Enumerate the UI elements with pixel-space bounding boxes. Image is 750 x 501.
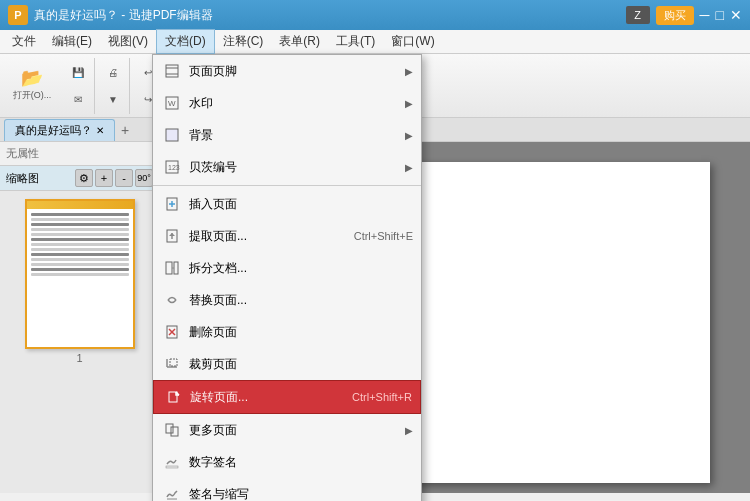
email-button[interactable]: ✉ bbox=[64, 87, 92, 112]
menu-entry-more-pages[interactable]: 更多页面 ▶ bbox=[153, 414, 421, 446]
thumbnail-page-1: 1 bbox=[25, 199, 135, 364]
more-pages-label: 更多页面 bbox=[189, 422, 401, 439]
menu-entry-rotate-page[interactable]: 旋转页面... Ctrl+Shift+R bbox=[153, 380, 421, 414]
crop-page-label: 裁剪页面 bbox=[189, 356, 413, 373]
redo-icon: ↪ bbox=[144, 94, 152, 105]
rotate-page-label: 旋转页面... bbox=[190, 389, 342, 406]
open-button[interactable]: 📂 打开(O)... bbox=[6, 65, 58, 107]
header-footer-icon bbox=[161, 60, 183, 82]
print-button[interactable]: 🖨 bbox=[99, 60, 127, 85]
crop-page-icon bbox=[161, 353, 183, 375]
zoom-out-thumb-button[interactable]: - bbox=[115, 169, 133, 187]
menu-doc[interactable]: 文档(D) bbox=[156, 29, 215, 54]
print-icon: 🖨 bbox=[108, 67, 118, 78]
background-arrow-icon: ▶ bbox=[405, 130, 413, 141]
menu-file[interactable]: 文件 bbox=[4, 30, 44, 53]
folder-icon: 📂 bbox=[21, 69, 43, 87]
menu-entry-digital-sign[interactable]: 数字签名 bbox=[153, 446, 421, 478]
email-icon: ✉ bbox=[74, 94, 82, 105]
close-icon[interactable]: ✕ bbox=[730, 7, 742, 23]
sign-abbrev-label: 签名与缩写 bbox=[189, 486, 413, 502]
zoom-in-thumb-button[interactable]: + bbox=[95, 169, 113, 187]
extract-page-label: 提取页面... bbox=[189, 228, 344, 245]
menu-entry-crop-page[interactable]: 裁剪页面 bbox=[153, 348, 421, 380]
watermark-arrow-icon: ▶ bbox=[405, 98, 413, 109]
menu-entry-insert-page[interactable]: 插入页面 bbox=[153, 188, 421, 220]
thumb-line-9 bbox=[31, 253, 129, 256]
dropdown-menu[interactable]: 页面页脚 ▶ W 水印 ▶ 背景 ▶ bbox=[152, 54, 422, 501]
settings-button[interactable]: ▼ bbox=[99, 87, 127, 112]
svg-rect-25 bbox=[171, 427, 178, 436]
more-pages-arrow-icon: ▶ bbox=[405, 425, 413, 436]
background-label: 背景 bbox=[189, 127, 401, 144]
svg-rect-5 bbox=[166, 129, 178, 141]
menu-edit[interactable]: 编辑(E) bbox=[44, 30, 100, 53]
menu-table[interactable]: 表单(R) bbox=[271, 30, 328, 53]
minimize-icon[interactable]: ─ bbox=[700, 7, 710, 23]
digital-sign-label: 数字签名 bbox=[189, 454, 413, 471]
svg-rect-22 bbox=[170, 359, 177, 366]
menu-entry-bates[interactable]: 123 贝茨编号 ▶ bbox=[153, 151, 421, 183]
menu-entry-replace-page[interactable]: 替换页面... bbox=[153, 284, 421, 316]
bates-icon: 123 bbox=[161, 156, 183, 178]
rotate-thumb-button[interactable]: 90° bbox=[135, 169, 153, 187]
menu-entry-header-footer[interactable]: 页面页脚 ▶ bbox=[153, 55, 421, 87]
title-bar: P 真的是好运吗？ - 迅捷PDF编辑器 Z 购买 ─ □ ✕ bbox=[0, 0, 750, 30]
menu-view[interactable]: 视图(V) bbox=[100, 30, 156, 53]
thumbnail-image[interactable] bbox=[25, 199, 135, 349]
separator-1 bbox=[153, 185, 421, 186]
menu-entry-extract-page[interactable]: 提取页面... Ctrl+Shift+E bbox=[153, 220, 421, 252]
left-panel: 无属性 缩略图 ⚙ + - 90° bbox=[0, 142, 160, 493]
buy-button[interactable]: 购买 bbox=[656, 6, 694, 25]
split-doc-label: 拆分文档... bbox=[189, 260, 413, 277]
tab-doc1[interactable]: 真的是好运吗？ ✕ bbox=[4, 119, 115, 141]
app-logo: P bbox=[8, 5, 28, 25]
delete-page-label: 删除页面 bbox=[189, 324, 413, 341]
thumb-line-6 bbox=[31, 238, 129, 241]
rotate-page-icon bbox=[162, 386, 184, 408]
thumb-page-number: 1 bbox=[76, 352, 82, 364]
thumb-line-13 bbox=[31, 273, 129, 276]
thumb-line-10 bbox=[31, 258, 129, 261]
more-pages-icon bbox=[161, 419, 183, 441]
replace-page-label: 替换页面... bbox=[189, 292, 413, 309]
thumb-line-12 bbox=[31, 268, 129, 271]
open-label: 打开(O)... bbox=[13, 89, 52, 102]
tab-doc1-label: 真的是好运吗？ bbox=[15, 123, 92, 138]
maximize-icon[interactable]: □ bbox=[716, 7, 724, 23]
insert-page-label: 插入页面 bbox=[189, 196, 413, 213]
sign-abbrev-icon bbox=[161, 483, 183, 501]
menu-tools[interactable]: 工具(T) bbox=[328, 30, 383, 53]
settings-thumb-icon[interactable]: ⚙ bbox=[75, 169, 93, 187]
menu-entry-split-doc[interactable]: 拆分文档... bbox=[153, 252, 421, 284]
thumb-line-1 bbox=[31, 213, 129, 216]
svg-rect-26 bbox=[166, 466, 178, 468]
menu-entry-sign-abbrev[interactable]: 签名与缩写 bbox=[153, 478, 421, 501]
menu-bar: 文件 编辑(E) 视图(V) 文档(D) 注释(C) 表单(R) 工具(T) 窗… bbox=[0, 30, 750, 54]
menu-entry-delete-page[interactable]: 删除页面 bbox=[153, 316, 421, 348]
bates-label: 贝茨编号 bbox=[189, 159, 401, 176]
save-button[interactable]: 💾 bbox=[64, 60, 92, 85]
menu-entry-watermark[interactable]: W 水印 ▶ bbox=[153, 87, 421, 119]
menu-window[interactable]: 窗口(W) bbox=[383, 30, 442, 53]
thumb-yellow-bar bbox=[27, 201, 133, 209]
tab-add-button[interactable]: + bbox=[115, 120, 135, 140]
digital-sign-icon bbox=[161, 451, 183, 473]
thumb-line-11 bbox=[31, 263, 129, 266]
extract-page-icon bbox=[161, 225, 183, 247]
tab-close-icon[interactable]: ✕ bbox=[96, 125, 104, 136]
rotate-page-shortcut: Ctrl+Shift+R bbox=[352, 391, 412, 403]
watermark-label: 水印 bbox=[189, 95, 401, 112]
thumb-line-3 bbox=[31, 223, 129, 226]
menu-entry-background[interactable]: 背景 ▶ bbox=[153, 119, 421, 151]
svg-rect-15 bbox=[174, 262, 178, 274]
svg-text:123: 123 bbox=[168, 164, 180, 171]
svg-rect-0 bbox=[166, 65, 178, 77]
save-icon: 💾 bbox=[72, 67, 84, 78]
thumbnail-area: 1 bbox=[0, 191, 159, 493]
split-doc-icon bbox=[161, 257, 183, 279]
thumbnail-tab: 缩略图 ⚙ + - 90° bbox=[0, 166, 159, 191]
menu-comment[interactable]: 注释(C) bbox=[215, 30, 272, 53]
thumb-line-5 bbox=[31, 233, 129, 236]
header-footer-label: 页面页脚 bbox=[189, 63, 401, 80]
